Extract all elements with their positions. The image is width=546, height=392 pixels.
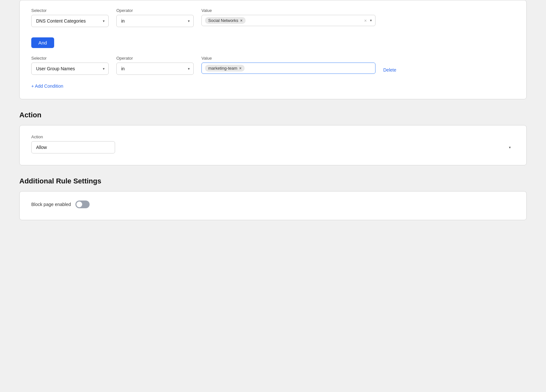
selector-select-2[interactable]: DNS Content Categories User Group Names … bbox=[31, 63, 109, 75]
action-dropdown-icon: ▾ bbox=[509, 145, 511, 150]
operator-select-wrapper-1: in not in equals ▾ bbox=[116, 15, 194, 27]
block-page-toggle[interactable] bbox=[75, 201, 90, 208]
expand-value-icon-1[interactable]: ▾ bbox=[370, 18, 372, 23]
selector-select-1[interactable]: DNS Content Categories User Group Names … bbox=[31, 15, 109, 27]
action-card: Action Allow Block Audit ▾ bbox=[19, 125, 527, 165]
settings-card: Block page enabled bbox=[19, 191, 527, 220]
clear-value-icon-1[interactable]: × bbox=[364, 18, 367, 23]
operator-select-wrapper-2: in not in equals ▾ bbox=[116, 63, 194, 75]
tag-text-marketing-team: marketing-team bbox=[208, 66, 237, 71]
action-field-label: Action bbox=[31, 134, 515, 139]
action-select-wrapper: Allow Block Audit ▾ bbox=[31, 141, 515, 153]
selector-label-1: Selector bbox=[31, 8, 109, 13]
value-label-1: Value bbox=[201, 8, 375, 13]
remove-marketing-team-tag[interactable]: × bbox=[239, 66, 241, 70]
social-networks-tag[interactable]: Social Networks × bbox=[205, 17, 246, 24]
operator-select-2[interactable]: in not in equals bbox=[116, 63, 194, 75]
additional-settings-title: Additional Rule Settings bbox=[19, 177, 527, 185]
action-select[interactable]: Allow Block Audit bbox=[31, 141, 115, 153]
toggle-slider bbox=[75, 201, 90, 208]
selector-select-wrapper-1: DNS Content Categories User Group Names … bbox=[31, 15, 109, 27]
selector-select-wrapper-2: DNS Content Categories User Group Names … bbox=[31, 63, 109, 75]
action-section-title: Action bbox=[19, 111, 527, 119]
remove-social-networks-tag[interactable]: × bbox=[240, 19, 242, 23]
value-input-2[interactable]: marketing-team × bbox=[201, 63, 375, 74]
tag-text-social-networks: Social Networks bbox=[208, 18, 238, 23]
value-input-1[interactable]: Social Networks × × ▾ bbox=[201, 15, 375, 26]
block-page-label: Block page enabled bbox=[31, 202, 71, 207]
marketing-team-tag[interactable]: marketing-team × bbox=[205, 65, 245, 72]
delete-condition-link[interactable]: Delete bbox=[383, 56, 396, 76]
operator-select-1[interactable]: in not in equals bbox=[116, 15, 194, 27]
operator-label-1: Operator bbox=[116, 8, 194, 13]
value-label-2: Value bbox=[201, 56, 375, 61]
and-button[interactable]: And bbox=[31, 37, 54, 48]
add-condition-link[interactable]: + Add Condition bbox=[31, 83, 63, 89]
operator-label-2: Operator bbox=[116, 56, 194, 61]
selector-label-2: Selector bbox=[31, 56, 109, 61]
